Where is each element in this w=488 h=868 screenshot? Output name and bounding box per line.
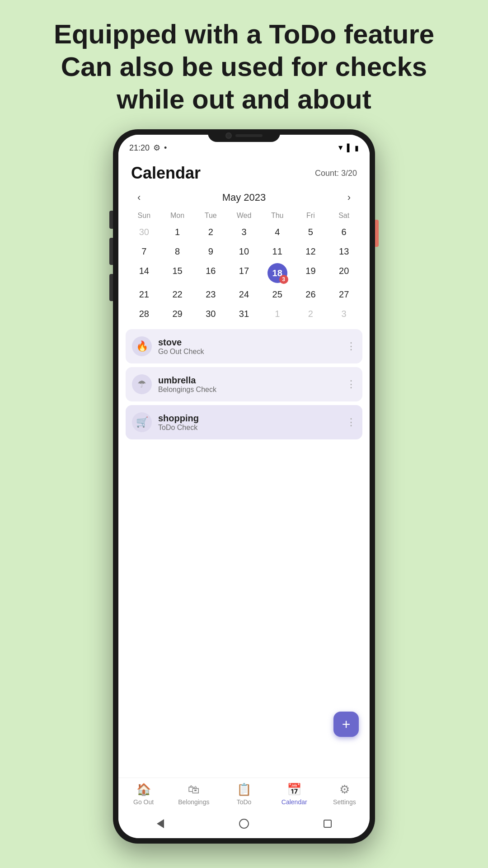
todo-item-name: shopping [158, 413, 340, 424]
todo-item-text: stoveGo Out Check [158, 337, 340, 356]
calendar-day-cell[interactable]: 20 [327, 261, 361, 285]
todo-item[interactable]: 🛒shoppingToDo Check⋮ [126, 405, 362, 439]
calendar-day-cell[interactable]: 13 [327, 242, 361, 261]
calendar-day-cell[interactable]: 30 [194, 304, 227, 324]
event-badge: 3 [279, 275, 288, 284]
todo-item-menu-button[interactable]: ⋮ [346, 378, 356, 390]
next-month-button[interactable]: › [343, 190, 355, 205]
volume-up-button [109, 211, 113, 229]
back-button[interactable] [152, 816, 169, 832]
calendar-day-cell[interactable]: 1 [261, 304, 294, 324]
day-header-sun: Sun [127, 209, 161, 222]
calendar-day-cell[interactable]: 12 [294, 242, 328, 261]
calendar-day-cell[interactable]: 3 [327, 304, 361, 324]
screen-content: Calendar Count: 3/20 ‹ May 2023 › Sun Mo… [118, 156, 370, 778]
calendar-day-cell[interactable]: 14 [127, 261, 161, 285]
nav-item-belongings[interactable]: 🛍Belongings [169, 783, 219, 806]
status-left: 21:20 ⚙ • [129, 143, 167, 153]
calendar-day-cell[interactable]: 23 [194, 285, 227, 304]
calendar-day-cell[interactable]: 3 [227, 222, 261, 242]
day-header-tue: Tue [194, 209, 227, 222]
todo-item[interactable]: 🔥stoveGo Out Check⋮ [126, 329, 362, 363]
day-header-mon: Mon [161, 209, 194, 222]
nav-item-settings[interactable]: ⚙Settings [319, 783, 370, 806]
calendar-day-cell[interactable]: 11 [261, 242, 294, 261]
volume-down-button [109, 238, 113, 265]
calendar-day-cell[interactable]: 5 [294, 222, 328, 242]
calendar-nav: ‹ May 2023 › [127, 186, 361, 209]
calendar-day-cell[interactable]: 27 [327, 285, 361, 304]
app-header: Calendar Count: 3/20 [118, 156, 370, 186]
todo-item-menu-button[interactable]: ⋮ [346, 416, 356, 428]
camera-dot [225, 132, 232, 139]
calendar-day-headers: Sun Mon Tue Wed Thu Fri Sat [127, 209, 361, 222]
calendar-day-cell[interactable]: 29 [161, 304, 194, 324]
dot-indicator: • [164, 143, 167, 153]
calendar-today-cell[interactable]: 183 [261, 261, 294, 285]
page-headline: Equipped with a ToDo feature Can also be… [27, 0, 461, 129]
day-header-wed: Wed [227, 209, 261, 222]
calendar-day-cell[interactable]: 30 [127, 222, 161, 242]
month-label: May 2023 [222, 192, 266, 203]
calendar-day-cell[interactable]: 15 [161, 261, 194, 285]
todo-item-text: umbrellaBelongings Check [158, 375, 340, 394]
nav-label-todo: ToDo [237, 798, 252, 806]
todo-item-name: umbrella [158, 375, 340, 386]
todo-list: 🔥stoveGo Out Check⋮☂umbrellaBelongings C… [118, 324, 370, 778]
todo-item[interactable]: ☂umbrellaBelongings Check⋮ [126, 367, 362, 401]
headline-line2: Can also be used for checks [54, 51, 434, 83]
calendar-day-cell[interactable]: 2 [194, 222, 227, 242]
calendar-day-cell[interactable]: 2 [294, 304, 328, 324]
gesture-bar [118, 811, 370, 838]
phone-screen: 21:20 ⚙ • ▼ ▌ ▮ Calendar Count: 3/20 ‹ [118, 135, 370, 838]
nav-item-go-out[interactable]: 🏠Go Out [118, 783, 169, 806]
calendar-day-cell[interactable]: 1 [161, 222, 194, 242]
todo-item-subtitle: Belongings Check [158, 386, 340, 394]
back-triangle-icon [157, 819, 164, 828]
day-header-sat: Sat [327, 209, 361, 222]
recents-button[interactable] [319, 816, 336, 832]
nav-label-calendar: Calendar [282, 798, 307, 806]
nav-icon-belongings: 🛍 [188, 783, 200, 797]
calendar-day-cell[interactable]: 22 [161, 285, 194, 304]
calendar-day-cell[interactable]: 31 [227, 304, 261, 324]
calendar-day-cell[interactable]: 21 [127, 285, 161, 304]
add-button[interactable]: + [333, 712, 359, 737]
calendar-day-cell[interactable]: 7 [127, 242, 161, 261]
calendar-day-cell[interactable]: 8 [161, 242, 194, 261]
todo-item-menu-button[interactable]: ⋮ [346, 340, 356, 352]
calendar-day-cell[interactable]: 19 [294, 261, 328, 285]
calendar-day-cell[interactable]: 25 [261, 285, 294, 304]
calendar-day-cell[interactable]: 9 [194, 242, 227, 261]
calendar-day-cell[interactable]: 26 [294, 285, 328, 304]
calendar-day-cell[interactable]: 24 [227, 285, 261, 304]
todo-item-icon: 🛒 [132, 412, 152, 432]
calendar-day-cell[interactable]: 10 [227, 242, 261, 261]
calendar-section: ‹ May 2023 › Sun Mon Tue Wed Thu Fri Sat… [118, 186, 370, 324]
phone-frame: 21:20 ⚙ • ▼ ▌ ▮ Calendar Count: 3/20 ‹ [113, 129, 375, 844]
signal-icon: ▌ [347, 144, 352, 152]
phone-notch [208, 129, 280, 142]
battery-icon: ▮ [355, 144, 359, 152]
calendar-day-cell[interactable]: 17 [227, 261, 261, 285]
nav-item-calendar[interactable]: 📅Calendar [269, 783, 319, 806]
prev-month-button[interactable]: ‹ [133, 190, 145, 205]
day-header-fri: Fri [294, 209, 328, 222]
headline-line3: while out and about [54, 83, 434, 116]
status-right: ▼ ▌ ▮ [337, 144, 359, 152]
bottom-navigation: 🏠Go Out🛍Belongings📋ToDo📅Calendar⚙Setting… [118, 778, 370, 811]
nav-label-go-out: Go Out [133, 798, 154, 806]
nav-label-settings: Settings [333, 798, 356, 806]
home-button[interactable] [236, 816, 252, 832]
todo-item-subtitle: ToDo Check [158, 424, 340, 432]
calendar-day-cell[interactable]: 4 [261, 222, 294, 242]
power-button [375, 220, 379, 247]
calendar-day-cell[interactable]: 16 [194, 261, 227, 285]
nav-label-belongings: Belongings [178, 798, 209, 806]
speaker-bar [235, 134, 263, 137]
nav-item-todo[interactable]: 📋ToDo [219, 783, 269, 806]
calendar-day-cell[interactable]: 6 [327, 222, 361, 242]
todo-item-icon: ☂ [132, 374, 152, 394]
calendar-day-cell[interactable]: 28 [127, 304, 161, 324]
calendar-dates-grid: 3012345678910111213141516171831920212223… [127, 222, 361, 324]
